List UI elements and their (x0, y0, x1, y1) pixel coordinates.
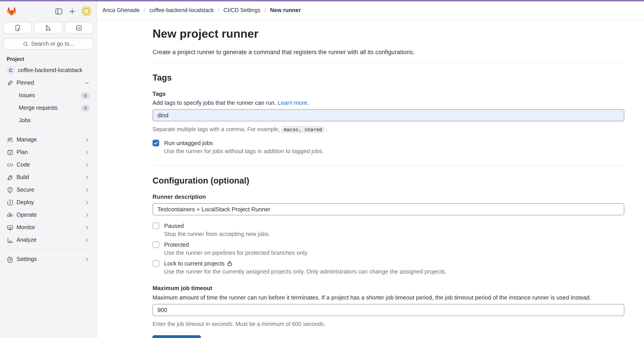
sidebar-divider (6, 130, 90, 130)
chevron-right-icon (84, 174, 90, 180)
chevron-right-icon (84, 237, 90, 243)
paused-label: Paused (164, 222, 184, 229)
run-untagged-checkbox-row[interactable]: Run untagged jobs (152, 140, 624, 146)
breadcrumb-separator: / (218, 7, 219, 14)
sidebar-section-label: Project (7, 56, 90, 62)
jobs-label: Jobs (19, 117, 31, 124)
deploy-icon (7, 199, 14, 206)
page-title: New project runner (152, 26, 624, 41)
cloud-pod-icon (7, 211, 14, 218)
sidebar-toggle-icon[interactable] (54, 6, 64, 16)
tags-help-text: Add tags to specify jobs that the runner… (152, 99, 624, 106)
chevron-right-icon (84, 162, 90, 168)
protected-checkbox-row[interactable]: Protected (152, 241, 624, 248)
search-input[interactable]: Search or go to... (4, 38, 93, 50)
sidebar-item-analyze[interactable]: Analyze (2, 234, 94, 246)
run-untagged-checkbox[interactable] (152, 140, 159, 146)
create-new-icon[interactable] (67, 6, 77, 16)
chevron-right-icon (84, 137, 90, 143)
section-divider (152, 165, 624, 166)
breadcrumb: Anca Ghenade / coffee-backend-localstack… (97, 1, 644, 20)
protected-desc: Use the runner on pipelines for protecte… (164, 249, 624, 256)
runner-description-input[interactable] (152, 203, 624, 215)
issues-label: Issues (19, 92, 35, 99)
sidebar-item-settings[interactable]: Settings (2, 253, 94, 265)
breadcrumb-separator: / (264, 7, 266, 14)
paused-desc: Stop the runner from accepting new jobs. (164, 231, 624, 237)
create-runner-button[interactable]: Create runner (152, 335, 201, 338)
protected-label: Protected (164, 241, 189, 248)
config-section-heading: Configuration (optional) (152, 175, 624, 186)
run-untagged-desc: Use the runner for jobs without tags in … (164, 148, 624, 154)
shield-icon (7, 186, 14, 193)
breadcrumb-cicd-settings[interactable]: CI/CD Settings (224, 7, 260, 14)
section-divider (152, 62, 624, 63)
todo-shortcut-button[interactable] (64, 22, 93, 34)
breadcrumb-user[interactable]: Anca Ghenade (102, 7, 140, 14)
check-icon (154, 141, 158, 146)
lock-checkbox[interactable] (152, 260, 159, 267)
timeout-desc: Maximum amount of time the runner can ru… (152, 294, 624, 301)
timeout-input[interactable] (152, 304, 624, 316)
pinned-label: Pinned (16, 80, 34, 86)
sidebar-item-code[interactable]: Code (2, 159, 94, 171)
merge-requests-shortcut-button[interactable] (34, 22, 62, 34)
lock-icon (227, 260, 232, 266)
sidebar-item-pinned[interactable]: Pinned (2, 77, 94, 89)
gitlab-logo[interactable] (6, 5, 18, 17)
monitor-icon (7, 224, 14, 231)
sidebar-item-monitor[interactable]: Monitor (2, 222, 94, 233)
lock-label: Lock to current projects (164, 260, 224, 267)
timeout-label: Maximum job timeout (152, 285, 624, 291)
chevron-right-icon (84, 256, 90, 262)
tags-hint: Separate multiple tags with a comma. For… (152, 126, 624, 133)
sidebar-item-manage[interactable]: Manage (2, 134, 94, 146)
main-area: Anca Ghenade / coffee-backend-localstack… (97, 1, 644, 338)
sidebar-item-secure[interactable]: Secure (2, 184, 94, 196)
people-icon (7, 136, 14, 143)
search-placeholder: Search or go to... (31, 41, 74, 47)
merge-requests-count-badge: 0 (81, 105, 90, 111)
chevron-right-icon (84, 149, 90, 155)
protected-checkbox[interactable] (152, 241, 159, 248)
tags-input[interactable] (152, 109, 624, 121)
timeout-hint: Enter the job timeout in seconds. Must b… (152, 321, 624, 327)
sidebar-item-jobs[interactable]: Jobs (2, 115, 94, 126)
chevron-right-icon (84, 199, 90, 205)
breadcrumb-current: New runner (270, 7, 301, 14)
user-avatar[interactable] (82, 6, 91, 16)
sidebar-item-deploy[interactable]: Deploy (2, 197, 94, 208)
chevron-right-icon (84, 224, 90, 230)
paused-checkbox[interactable] (152, 222, 159, 229)
project-name: coffee-backend-localstack (18, 67, 82, 73)
todo-check-icon (76, 25, 82, 31)
search-icon (22, 41, 28, 47)
sidebar-item-plan[interactable]: Plan (2, 146, 94, 158)
pin-icon (7, 80, 14, 86)
rocket-icon (7, 174, 14, 181)
run-untagged-label: Run untagged jobs (164, 140, 213, 146)
project-avatar: C (7, 66, 15, 74)
gear-icon (7, 256, 14, 262)
paused-checkbox-row[interactable]: Paused (152, 222, 624, 229)
breadcrumb-separator: / (144, 7, 145, 14)
merge-requests-label: Merge requests (19, 105, 58, 111)
sidebar-item-issues[interactable]: Issues 0 (2, 90, 94, 101)
super-sidebar: Search or go to... Project C coffee-back… (0, 1, 97, 338)
issues-shortcut-button[interactable] (4, 22, 32, 34)
page-subtitle: Create a project runner to generate a co… (152, 49, 624, 56)
chevron-right-icon (84, 187, 90, 193)
tags-example-code: macos, shared (282, 126, 324, 133)
code-icon (7, 161, 14, 168)
chevron-down-icon (84, 80, 90, 86)
breadcrumb-project[interactable]: coffee-backend-localstack (149, 7, 214, 14)
lock-checkbox-row[interactable]: Lock to current projects (152, 260, 624, 267)
chevron-right-icon (84, 212, 90, 218)
sidebar-item-operate[interactable]: Operate (2, 209, 94, 221)
lock-desc: Use the runner for the currently assigne… (164, 268, 624, 275)
sidebar-item-merge-requests[interactable]: Merge requests 0 (2, 102, 94, 114)
gitlab-app: Search or go to... Project C coffee-back… (0, 0, 644, 338)
sidebar-item-project[interactable]: C coffee-backend-localstack (2, 65, 94, 76)
learn-more-link[interactable]: Learn more (278, 99, 307, 106)
sidebar-item-build[interactable]: Build (2, 171, 94, 183)
